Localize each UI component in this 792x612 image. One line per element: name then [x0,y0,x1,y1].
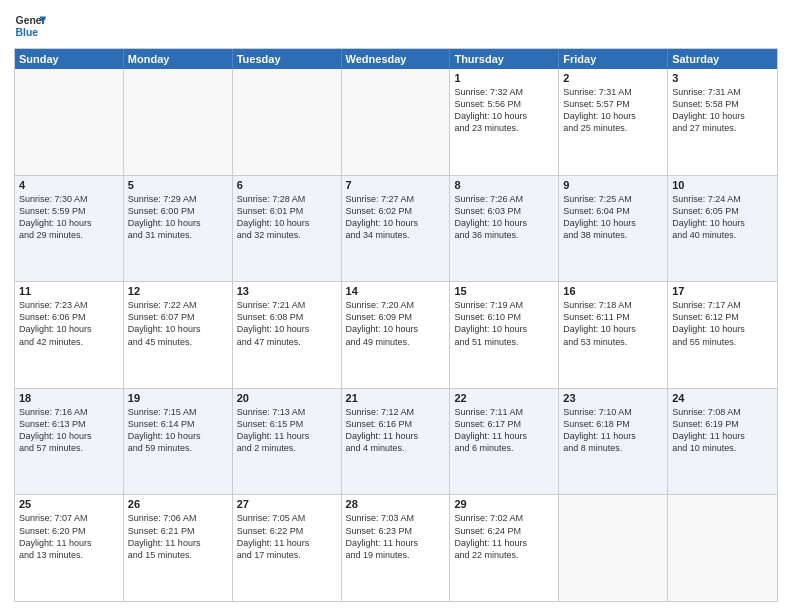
calendar-cell: 10Sunrise: 7:24 AM Sunset: 6:05 PM Dayli… [668,176,777,282]
day-info: Sunrise: 7:08 AM Sunset: 6:19 PM Dayligh… [672,406,773,455]
calendar-cell: 14Sunrise: 7:20 AM Sunset: 6:09 PM Dayli… [342,282,451,388]
calendar-cell: 12Sunrise: 7:22 AM Sunset: 6:07 PM Dayli… [124,282,233,388]
day-info: Sunrise: 7:05 AM Sunset: 6:22 PM Dayligh… [237,512,337,561]
calendar-cell: 15Sunrise: 7:19 AM Sunset: 6:10 PM Dayli… [450,282,559,388]
svg-text:Blue: Blue [16,27,39,38]
day-number: 9 [563,179,663,191]
day-number: 2 [563,72,663,84]
calendar-cell: 26Sunrise: 7:06 AM Sunset: 6:21 PM Dayli… [124,495,233,601]
day-number: 4 [19,179,119,191]
day-number: 11 [19,285,119,297]
logo: General Blue [14,10,46,42]
calendar-cell: 2Sunrise: 7:31 AM Sunset: 5:57 PM Daylig… [559,69,668,175]
day-number: 24 [672,392,773,404]
calendar-cell: 24Sunrise: 7:08 AM Sunset: 6:19 PM Dayli… [668,389,777,495]
day-number: 23 [563,392,663,404]
calendar-cell: 25Sunrise: 7:07 AM Sunset: 6:20 PM Dayli… [15,495,124,601]
day-info: Sunrise: 7:32 AM Sunset: 5:56 PM Dayligh… [454,86,554,135]
day-number: 1 [454,72,554,84]
calendar-cell: 20Sunrise: 7:13 AM Sunset: 6:15 PM Dayli… [233,389,342,495]
day-info: Sunrise: 7:26 AM Sunset: 6:03 PM Dayligh… [454,193,554,242]
calendar-row: 11Sunrise: 7:23 AM Sunset: 6:06 PM Dayli… [15,281,777,388]
calendar-row: 1Sunrise: 7:32 AM Sunset: 5:56 PM Daylig… [15,69,777,175]
day-info: Sunrise: 7:25 AM Sunset: 6:04 PM Dayligh… [563,193,663,242]
day-info: Sunrise: 7:19 AM Sunset: 6:10 PM Dayligh… [454,299,554,348]
day-info: Sunrise: 7:21 AM Sunset: 6:08 PM Dayligh… [237,299,337,348]
day-number: 8 [454,179,554,191]
day-number: 12 [128,285,228,297]
calendar-cell [233,69,342,175]
day-number: 10 [672,179,773,191]
calendar-cell [559,495,668,601]
day-info: Sunrise: 7:15 AM Sunset: 6:14 PM Dayligh… [128,406,228,455]
calendar-cell: 6Sunrise: 7:28 AM Sunset: 6:01 PM Daylig… [233,176,342,282]
calendar-cell [15,69,124,175]
calendar-cell: 22Sunrise: 7:11 AM Sunset: 6:17 PM Dayli… [450,389,559,495]
day-number: 27 [237,498,337,510]
calendar-cell: 7Sunrise: 7:27 AM Sunset: 6:02 PM Daylig… [342,176,451,282]
day-number: 18 [19,392,119,404]
calendar-body: 1Sunrise: 7:32 AM Sunset: 5:56 PM Daylig… [15,69,777,601]
day-info: Sunrise: 7:12 AM Sunset: 6:16 PM Dayligh… [346,406,446,455]
header-cell-sunday: Sunday [15,49,124,69]
header-cell-friday: Friday [559,49,668,69]
header-cell-tuesday: Tuesday [233,49,342,69]
calendar-cell [668,495,777,601]
header-cell-monday: Monday [124,49,233,69]
day-info: Sunrise: 7:03 AM Sunset: 6:23 PM Dayligh… [346,512,446,561]
calendar-cell: 18Sunrise: 7:16 AM Sunset: 6:13 PM Dayli… [15,389,124,495]
day-number: 25 [19,498,119,510]
header-cell-wednesday: Wednesday [342,49,451,69]
day-number: 20 [237,392,337,404]
calendar-row: 18Sunrise: 7:16 AM Sunset: 6:13 PM Dayli… [15,388,777,495]
calendar-cell: 1Sunrise: 7:32 AM Sunset: 5:56 PM Daylig… [450,69,559,175]
calendar-cell: 27Sunrise: 7:05 AM Sunset: 6:22 PM Dayli… [233,495,342,601]
day-number: 16 [563,285,663,297]
day-number: 3 [672,72,773,84]
header: General Blue [14,10,778,42]
day-info: Sunrise: 7:17 AM Sunset: 6:12 PM Dayligh… [672,299,773,348]
day-number: 26 [128,498,228,510]
day-info: Sunrise: 7:06 AM Sunset: 6:21 PM Dayligh… [128,512,228,561]
day-number: 19 [128,392,228,404]
calendar-cell: 28Sunrise: 7:03 AM Sunset: 6:23 PM Dayli… [342,495,451,601]
header-cell-thursday: Thursday [450,49,559,69]
day-info: Sunrise: 7:10 AM Sunset: 6:18 PM Dayligh… [563,406,663,455]
day-number: 17 [672,285,773,297]
calendar-cell: 9Sunrise: 7:25 AM Sunset: 6:04 PM Daylig… [559,176,668,282]
calendar-cell [124,69,233,175]
calendar: SundayMondayTuesdayWednesdayThursdayFrid… [14,48,778,602]
calendar-cell [342,69,451,175]
calendar-cell: 16Sunrise: 7:18 AM Sunset: 6:11 PM Dayli… [559,282,668,388]
calendar-cell: 5Sunrise: 7:29 AM Sunset: 6:00 PM Daylig… [124,176,233,282]
calendar-cell: 23Sunrise: 7:10 AM Sunset: 6:18 PM Dayli… [559,389,668,495]
day-info: Sunrise: 7:22 AM Sunset: 6:07 PM Dayligh… [128,299,228,348]
calendar-cell: 13Sunrise: 7:21 AM Sunset: 6:08 PM Dayli… [233,282,342,388]
day-info: Sunrise: 7:30 AM Sunset: 5:59 PM Dayligh… [19,193,119,242]
calendar-cell: 3Sunrise: 7:31 AM Sunset: 5:58 PM Daylig… [668,69,777,175]
calendar-cell: 21Sunrise: 7:12 AM Sunset: 6:16 PM Dayli… [342,389,451,495]
day-number: 28 [346,498,446,510]
day-info: Sunrise: 7:31 AM Sunset: 5:57 PM Dayligh… [563,86,663,135]
day-info: Sunrise: 7:29 AM Sunset: 6:00 PM Dayligh… [128,193,228,242]
day-number: 15 [454,285,554,297]
day-number: 13 [237,285,337,297]
day-info: Sunrise: 7:18 AM Sunset: 6:11 PM Dayligh… [563,299,663,348]
day-info: Sunrise: 7:13 AM Sunset: 6:15 PM Dayligh… [237,406,337,455]
day-number: 14 [346,285,446,297]
day-number: 29 [454,498,554,510]
day-number: 5 [128,179,228,191]
day-number: 7 [346,179,446,191]
day-info: Sunrise: 7:27 AM Sunset: 6:02 PM Dayligh… [346,193,446,242]
calendar-cell: 29Sunrise: 7:02 AM Sunset: 6:24 PM Dayli… [450,495,559,601]
calendar-cell: 8Sunrise: 7:26 AM Sunset: 6:03 PM Daylig… [450,176,559,282]
calendar-cell: 11Sunrise: 7:23 AM Sunset: 6:06 PM Dayli… [15,282,124,388]
day-info: Sunrise: 7:02 AM Sunset: 6:24 PM Dayligh… [454,512,554,561]
calendar-cell: 19Sunrise: 7:15 AM Sunset: 6:14 PM Dayli… [124,389,233,495]
day-info: Sunrise: 7:07 AM Sunset: 6:20 PM Dayligh… [19,512,119,561]
calendar-row: 4Sunrise: 7:30 AM Sunset: 5:59 PM Daylig… [15,175,777,282]
day-info: Sunrise: 7:11 AM Sunset: 6:17 PM Dayligh… [454,406,554,455]
day-number: 22 [454,392,554,404]
calendar-row: 25Sunrise: 7:07 AM Sunset: 6:20 PM Dayli… [15,494,777,601]
calendar-header: SundayMondayTuesdayWednesdayThursdayFrid… [15,49,777,69]
